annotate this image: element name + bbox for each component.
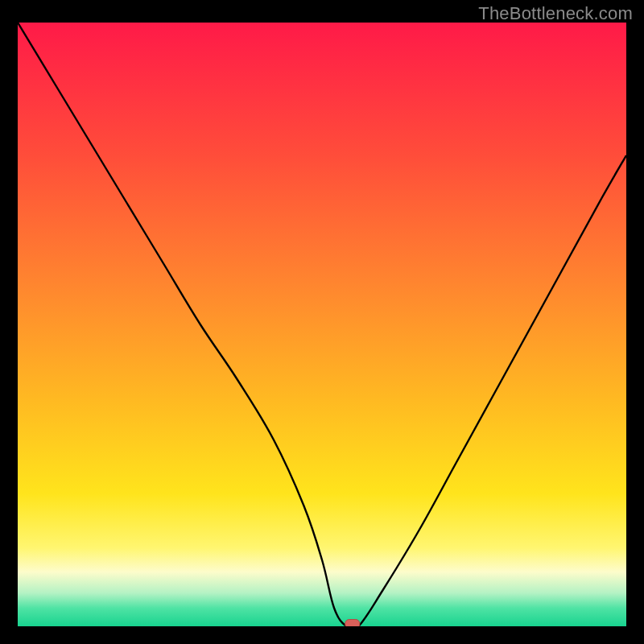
chart-svg [18, 23, 626, 626]
chart-frame: TheBottleneck.com [0, 0, 644, 644]
watermark-text: TheBottleneck.com [478, 3, 633, 24]
optimal-marker-icon [345, 620, 360, 627]
chart-plot-area [18, 23, 626, 626]
gradient-background [18, 23, 626, 626]
